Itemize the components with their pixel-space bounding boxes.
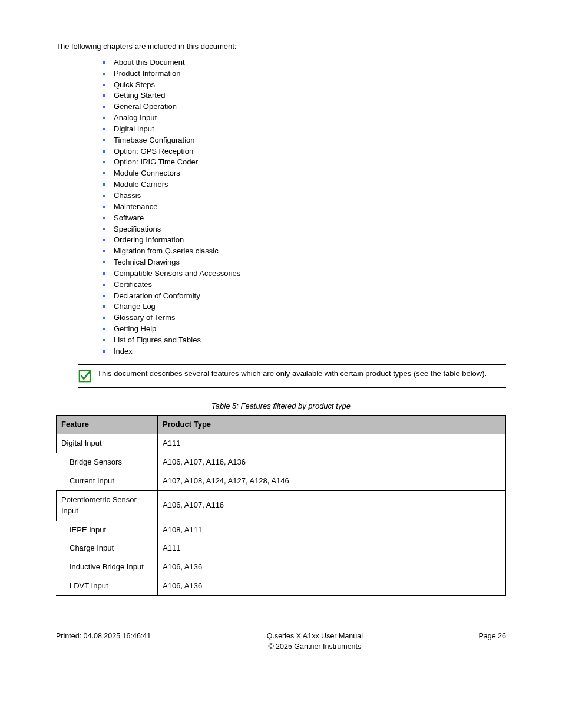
table-row: Potentiometric Sensor InputA106, A107, A…: [57, 490, 506, 521]
chapter-bullet-item: Technical Drawings: [103, 257, 506, 268]
page-container: { "intro": "The following chapters are i…: [0, 0, 562, 676]
table-row: LDVT InputA106, A136: [57, 577, 506, 596]
chapter-bullet-item: Ordering Information: [103, 235, 506, 246]
chapter-bullet-item: Migration from Q.series classic: [103, 246, 506, 257]
chapter-bullet-item: Certificates: [103, 279, 506, 291]
chapter-bullet-item: Product Information: [103, 68, 506, 80]
table-cell-product-type: A111: [158, 434, 506, 453]
note-block: This document describes several features…: [78, 364, 506, 388]
chapter-bullet-item: Glossary of Terms: [103, 312, 506, 324]
chapter-bullet-item: General Operation: [103, 101, 506, 113]
intro-text: The following chapters are included in t…: [56, 41, 506, 52]
table-cell-feature: Bridge Sensors: [57, 453, 158, 472]
chapter-bullet-item: Software: [103, 213, 506, 224]
chapter-bullet-item: Specifications: [103, 224, 506, 235]
chapter-bullet-item: Compatible Sensors and Accessories: [103, 268, 506, 279]
table-cell-feature: Potentiometric Sensor Input: [57, 490, 158, 521]
page-footer: Printed: 04.08.2025 16:46:41 Q.series X …: [56, 627, 506, 652]
table-row: Current InputA107, A108, A124, A127, A12…: [57, 472, 506, 491]
checkmark-icon: [78, 370, 91, 383]
note-text: This document describes several features…: [97, 368, 506, 380]
table-row: Bridge SensorsA106, A107, A116, A136: [57, 453, 506, 472]
chapter-bullet-item: Option: GPS Reception: [103, 146, 506, 157]
chapter-bullet-item: Option: IRIG Time Coder: [103, 157, 506, 168]
table-cell-feature: Charge Input: [57, 539, 158, 558]
table-cell-product-type: A106, A136: [158, 558, 506, 577]
table-cell-product-type: A108, A111: [158, 521, 506, 539]
chapter-bullet-item: List of Figures and Tables: [103, 335, 506, 346]
chapter-bullet-item: Declaration of Conformity: [103, 291, 506, 302]
chapter-bullet-item: About this Document: [103, 57, 506, 68]
chapter-bullet-item: Index: [103, 346, 506, 357]
table-row: Charge InputA111: [57, 539, 506, 558]
table-cell-product-type: A106, A107, A116: [158, 490, 506, 521]
table-cell-feature: Inductive Bridge Input: [57, 558, 158, 577]
table-header-feature: Feature: [57, 416, 158, 434]
table-cell-feature: Digital Input: [57, 434, 158, 453]
chapter-bullet-item: Module Connectors: [103, 168, 506, 179]
chapter-bullet-item: Maintenance: [103, 202, 506, 213]
table-row: Inductive Bridge InputA106, A136: [57, 558, 506, 577]
footer-page-number: Page 26: [478, 631, 506, 652]
chapter-bullet-list: About this DocumentProduct InformationQu…: [56, 57, 506, 357]
feature-table: Feature Product Type Digital InputA111Br…: [56, 415, 506, 595]
table-row: Digital InputA111: [57, 434, 506, 453]
footer-title: Q.series X A1xx User Manual © 2025 Gantn…: [151, 631, 478, 652]
table-row: IEPE InputA108, A111: [57, 521, 506, 539]
table-cell-product-type: A106, A107, A116, A136: [158, 453, 506, 472]
table-caption: Table 5: Features filtered by product ty…: [56, 401, 506, 412]
chapter-bullet-item: Getting Help: [103, 324, 506, 335]
chapter-bullet-item: Module Carriers: [103, 179, 506, 190]
table-cell-product-type: A106, A136: [158, 577, 506, 596]
chapter-bullet-item: Getting Started: [103, 90, 506, 101]
chapter-bullet-item: Quick Steps: [103, 80, 506, 91]
chapter-bullet-item: Change Log: [103, 301, 506, 312]
table-cell-feature: IEPE Input: [57, 521, 158, 539]
table-header-product-type: Product Type: [158, 416, 506, 434]
table-cell-product-type: A107, A108, A124, A127, A128, A146: [158, 472, 506, 491]
chapter-bullet-item: Digital Input: [103, 124, 506, 135]
chapter-bullet-item: Chassis: [103, 190, 506, 202]
chapter-bullet-item: Analog Input: [103, 113, 506, 124]
table-cell-product-type: A111: [158, 539, 506, 558]
chapter-bullet-item: Timebase Configuration: [103, 135, 506, 146]
footer-printed: Printed: 04.08.2025 16:46:41: [56, 631, 151, 652]
table-cell-feature: Current Input: [57, 472, 158, 491]
table-cell-feature: LDVT Input: [57, 577, 158, 596]
table-header-row: Feature Product Type: [57, 416, 506, 434]
